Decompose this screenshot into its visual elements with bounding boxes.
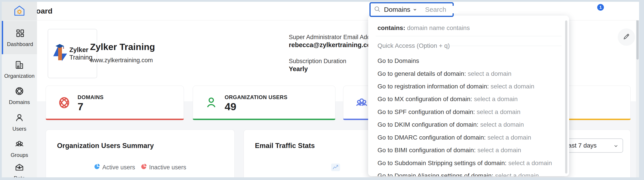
accent-border: [193, 119, 335, 120]
groups-stat-icon: [355, 96, 368, 110]
admin-email-label: Super Administrator Email Address: [289, 34, 382, 41]
chevron-down-icon: [613, 143, 618, 150]
quick-access-item[interactable]: Go to registration information of domain…: [378, 83, 534, 90]
sidebar-item-label: Organization: [4, 73, 34, 79]
user-icon: [14, 113, 24, 124]
stat-label: ORGANIZATION USERS: [224, 94, 288, 100]
sidebar-item-label: Users: [12, 126, 26, 132]
admin-console-page: Dashboard ? 1: [2, 2, 639, 177]
trend-line-icon: [331, 164, 340, 171]
quick-access-item[interactable]: Go to DMARC configuration of domain:sele…: [378, 134, 531, 142]
domains-globe-icon: [58, 96, 71, 110]
sidebar-item-domains[interactable]: Domains: [2, 83, 37, 108]
page-scrollbar[interactable]: [636, 2, 639, 177]
legend-inactive-users[interactable]: Inactive users: [141, 164, 186, 171]
sidebar-item-users[interactable]: Users: [2, 110, 37, 135]
search-input[interactable]: [425, 6, 458, 13]
quick-access-item[interactable]: Go to MX configuration of domain:select …: [378, 95, 518, 103]
sidebar: Dashboard Organization Do: [2, 2, 37, 177]
search-category-value: Domains: [384, 6, 410, 13]
search-icon: [374, 5, 381, 13]
card-title: Email Traffic Stats: [255, 142, 315, 150]
notification-badge[interactable]: 1: [597, 4, 604, 11]
quick-access-item[interactable]: Go to BIMI configuration of domain:selec…: [378, 146, 521, 154]
stat-card-organization-users[interactable]: ORGANIZATION USERS 49: [193, 86, 335, 120]
stat-label: DOMAINS: [78, 94, 104, 100]
sidebar-item-organization[interactable]: Organization: [2, 57, 37, 82]
subscription-label: Subscription Duration: [289, 58, 346, 65]
sidebar-item-dashboard[interactable]: Dashboard: [2, 21, 37, 54]
inactive-users-pie-icon: [141, 164, 147, 171]
legend-label: Inactive users: [149, 164, 186, 171]
sidebar-item-groups[interactable]: Groups: [2, 136, 37, 161]
quick-access-item[interactable]: Go to SPF configuration of domain:select…: [378, 108, 520, 116]
zylker-logo-icon: [52, 42, 67, 65]
active-users-pie-icon: [94, 164, 100, 171]
stat-value: 7: [78, 100, 83, 113]
stat-value: 49: [224, 100, 236, 113]
quick-access-item[interactable]: Go to general details of domain:select a…: [378, 70, 512, 78]
sidebar-item-label: Groups: [11, 152, 28, 158]
quick-access-item[interactable]: Go to Subdomain Stripping settings of do…: [378, 159, 552, 167]
edit-organization-button[interactable]: [618, 28, 635, 46]
section-divider: [446, 46, 562, 46]
quick-access-item[interactable]: Go to Domain Aliasing settings of domain…: [378, 172, 539, 176]
logo-wordmark: Zylker Training: [69, 46, 92, 61]
app-logo[interactable]: [2, 2, 37, 20]
search-category-dropdown[interactable]: Domains: [384, 6, 417, 13]
organization-users-summary-card: Organization Users Summary Active users: [46, 130, 235, 177]
groups-icon: [14, 139, 24, 150]
search-suggestions-panel: contains:domain name contains Quick Acce…: [368, 15, 569, 176]
legend-label: Active users: [102, 164, 135, 171]
card-title: Organization Users Summary: [57, 142, 154, 150]
divider: [376, 36, 562, 36]
sidebar-item-label: Data Migration: [6, 175, 33, 177]
subscription-value: Yearly: [289, 65, 308, 73]
globe-icon: [14, 86, 24, 97]
window-frame: Dashboard ? 1: [0, 0, 644, 180]
filter-hint: domain name contains: [407, 24, 470, 31]
org-users-icon: [204, 96, 218, 110]
sidebar-item-data-migration[interactable]: Data Migration: [2, 162, 37, 177]
stat-card-domains[interactable]: DOMAINS 7: [46, 86, 184, 120]
organization-website: www.zylkertraining.com: [90, 57, 153, 64]
filter-prefix: contains:: [378, 24, 405, 31]
search-filter-contains[interactable]: contains:domain name contains: [378, 24, 470, 32]
organization-icon: [14, 60, 24, 71]
period-filter-value: Last 7 days: [565, 142, 596, 149]
accent-border: [46, 119, 184, 120]
legend-active-users[interactable]: Active users: [94, 164, 135, 171]
panel-scrollbar[interactable]: [565, 20, 567, 174]
quick-access-item[interactable]: Go to Domains: [378, 57, 421, 65]
global-search-box[interactable]: Domains: [370, 2, 454, 17]
sidebar-item-label: Dashboard: [7, 41, 33, 47]
pencil-icon: [622, 33, 630, 41]
organization-logo: Zylker Training: [48, 29, 97, 78]
quick-access-item[interactable]: Go to DKIM configuration of domain:selec…: [378, 121, 524, 129]
admin-console-logo-icon: [12, 4, 26, 18]
dashboard-icon: [15, 28, 25, 39]
data-migration-icon: [14, 162, 24, 173]
admin-email-value: rebecca@zylkertraining.com: [289, 41, 376, 49]
pie-legend: Active users Inactive users: [46, 164, 234, 171]
sidebar-item-label: Domains: [9, 99, 30, 105]
quick-access-section-title: Quick Access (Option + q): [378, 42, 450, 49]
organization-name: Zylker Training: [90, 42, 155, 52]
